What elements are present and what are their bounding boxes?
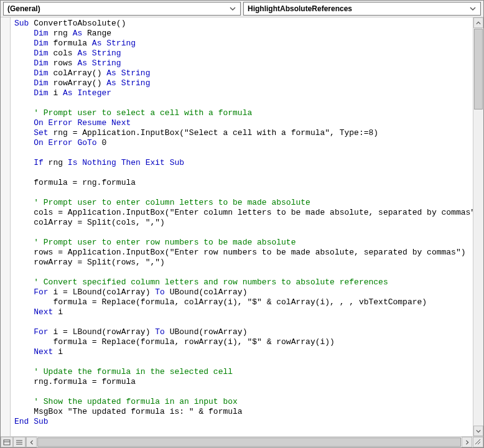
- vertical-scrollbar-thumb[interactable]: [474, 29, 483, 110]
- svg-line-6: [478, 442, 480, 444]
- svg-line-5: [475, 439, 480, 444]
- vertical-scrollbar[interactable]: [473, 17, 483, 436]
- scroll-right-button[interactable]: [462, 437, 472, 447]
- object-dropdown[interactable]: (General): [3, 2, 241, 16]
- vba-editor-window: (General) HighlightAbsoluteReferences Su…: [0, 0, 484, 448]
- code-pane[interactable]: Sub ConvertToAbsolute() Dim rng As Range…: [11, 17, 473, 436]
- scroll-down-button[interactable]: [473, 426, 483, 436]
- scroll-left-button[interactable]: [26, 437, 37, 447]
- full-module-view-button[interactable]: [13, 437, 26, 447]
- code-text[interactable]: Sub ConvertToAbsolute() Dim rng As Range…: [11, 17, 473, 428]
- margin-indicator-bar: [1, 17, 11, 436]
- bottom-bar: [1, 436, 483, 447]
- scroll-up-button[interactable]: [473, 17, 483, 28]
- resize-grip-icon[interactable]: [473, 437, 483, 447]
- horizontal-scrollbar-thumb[interactable]: [37, 437, 461, 447]
- chevron-down-icon: [468, 4, 478, 14]
- chevron-down-icon: [228, 4, 238, 14]
- horizontal-scrollbar[interactable]: [26, 437, 483, 447]
- view-mode-buttons: [1, 437, 26, 447]
- procedure-dropdown[interactable]: HighlightAbsoluteReferences: [243, 2, 481, 16]
- svg-rect-0: [4, 440, 10, 445]
- procedure-dropdown-label: HighlightAbsoluteReferences: [248, 4, 352, 13]
- editor-area: Sub ConvertToAbsolute() Dim rng As Range…: [1, 17, 483, 436]
- dropdown-bar: (General) HighlightAbsoluteReferences: [1, 1, 483, 17]
- object-dropdown-label: (General): [7, 4, 40, 13]
- procedure-view-button[interactable]: [1, 437, 13, 447]
